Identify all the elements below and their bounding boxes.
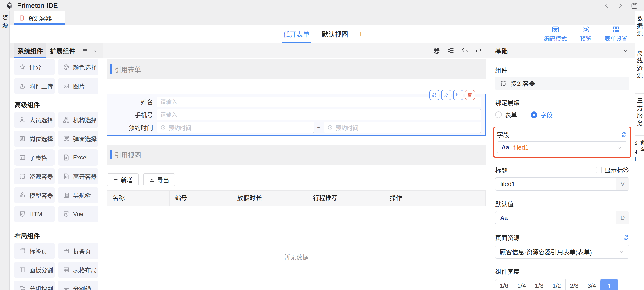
copy-button[interactable] [453, 90, 463, 100]
nav-back-icon[interactable] [603, 2, 610, 9]
save-icon[interactable] [630, 2, 638, 10]
phone-input[interactable] [156, 109, 481, 120]
nav-forward-icon[interactable] [617, 2, 624, 9]
field-select[interactable]: Aa filed1 [497, 141, 627, 153]
resource-container-selection[interactable]: 姓名 手机号 预约时间 预约时间 [107, 94, 486, 136]
right-dock-tab-offline-resources[interactable]: 离线资源 [635, 46, 644, 94]
palette-list-icon[interactable] [82, 48, 88, 54]
app-window: Primeton-IDE 资源 数据源 离线资源 三方服务 命名Sql 资源容器 [0, 0, 644, 290]
width-option-1-4[interactable]: 1/4 [513, 279, 530, 290]
right-dock-tab-third-party-services[interactable]: 三方服务 [635, 94, 644, 136]
palette-item-excel[interactable]: Excel [58, 149, 99, 166]
properties-panel: 基础 组件 资源容器 绑定层级 表单 [489, 43, 635, 290]
palette-item-color-picker[interactable]: 颜色选择 [58, 59, 99, 75]
palette-item-collapse-page[interactable]: 折叠页 [58, 243, 99, 259]
palette-item-attachment-upload[interactable]: 附件上传 [14, 78, 55, 94]
left-dock-tab-resources[interactable]: 资源 [0, 15, 9, 30]
tab-resource-container[interactable]: 资源容器 [14, 12, 65, 25]
right-dock-tab-datasource[interactable]: 数据源 [635, 12, 644, 46]
tab-lowcode-form[interactable]: 低开表单 [277, 25, 316, 43]
palette-icon [63, 64, 70, 71]
time-start-picker[interactable]: 预约时间 [156, 122, 314, 133]
width-option-1-6[interactable]: 1/6 [496, 279, 513, 290]
palette-item-resource-container[interactable]: 资源容器 [14, 168, 55, 184]
width-option-1-2[interactable]: 1/2 [548, 279, 566, 290]
palette-item-model-container[interactable]: 模型容器 [14, 187, 55, 203]
close-icon[interactable] [55, 15, 60, 21]
title-actions [603, 2, 638, 10]
add-view-button[interactable]: + [354, 25, 367, 43]
title-input-group: V [495, 177, 629, 191]
show-label-checkbox[interactable]: 显示标签 [596, 166, 629, 174]
palette-item-divider-line[interactable]: 分割线 [58, 280, 99, 290]
form-canvas: 引用表单 姓名 [103, 43, 489, 290]
default-value-input[interactable]: Aa [496, 211, 616, 224]
sync-button[interactable] [430, 90, 440, 100]
palette-item-tab-page[interactable]: 标签页 [14, 243, 55, 259]
right-dock-tab-named-sql[interactable]: 命名Sql [635, 136, 644, 178]
section-ref-view[interactable]: 引用视图 [107, 145, 486, 165]
export-button[interactable]: 导出 [143, 173, 175, 186]
palette-item-nav-tree[interactable]: 导航树 [58, 187, 99, 203]
radio-option-field[interactable]: 字段 [531, 110, 552, 119]
palette-item-popup-select[interactable]: 弹窗选择 [58, 131, 99, 147]
width-option-2-3[interactable]: 2/3 [566, 279, 583, 290]
undo-icon[interactable] [461, 47, 469, 55]
time-end-picker[interactable]: 预约时间 [324, 122, 481, 133]
radio-unchecked-icon [495, 111, 502, 118]
canvas-scroll: 引用表单 姓名 [103, 58, 489, 290]
refresh-icon[interactable] [621, 131, 627, 138]
table-column-header: 操作 [384, 191, 485, 206]
width-option-full[interactable]: 1 [600, 279, 618, 290]
variable-suffix-button[interactable]: V [616, 178, 629, 190]
text-type-badge: Aa [502, 144, 509, 151]
page-resource-select[interactable]: 顾客信息-资源容器引用表单(表单) [495, 245, 629, 259]
redo-icon[interactable] [475, 47, 483, 55]
add-row-button[interactable]: 新增 [107, 173, 138, 186]
phone-label: 手机号 [111, 110, 153, 119]
palette-item-org-select[interactable]: 机构选择 [58, 112, 99, 128]
table-column-header: 名称 [107, 191, 170, 206]
palette-item-highcode-container[interactable]: 高开容器 [58, 168, 99, 184]
delete-button[interactable] [465, 90, 475, 100]
palette-item-sub-table[interactable]: 子表格 [14, 149, 55, 166]
palette-item-image[interactable]: 图片 [58, 78, 99, 94]
form-settings-icon [612, 26, 620, 33]
tab-default-view[interactable]: 默认视图 [316, 25, 354, 43]
width-option-1-3[interactable]: 1/3 [530, 279, 548, 290]
refresh-icon[interactable] [622, 234, 629, 241]
table-column-header: 行程推荐 [308, 191, 384, 206]
form-settings-button[interactable]: 表单设置 [604, 26, 627, 42]
props-body: 组件 资源容器 绑定层级 表单 字段 [490, 58, 635, 290]
chevron-down-icon[interactable] [92, 48, 98, 54]
section-ref-form[interactable]: 引用表单 [107, 59, 486, 79]
component-value-row: 资源容器 [495, 77, 629, 90]
code-mode-button[interactable]: 编码模式 [544, 26, 567, 42]
palette-item-panel-split[interactable]: 面板分割 [14, 262, 55, 278]
palette-item-position-select[interactable]: 岗位选择 [14, 131, 55, 147]
title-input[interactable] [496, 178, 616, 190]
palette-item-group-control[interactable]: 分组控制 [14, 280, 55, 290]
chevron-down-icon [618, 249, 624, 255]
upload-icon [19, 83, 26, 90]
dynamic-suffix-button[interactable]: D [616, 211, 629, 224]
chevron-down-icon[interactable] [622, 47, 629, 54]
binding-level-options: 表单 字段 [495, 110, 629, 119]
outline-tree-icon[interactable] [447, 47, 454, 55]
palette-item-vue[interactable]: Vue [58, 206, 99, 222]
palette-item-html[interactable]: HTML [14, 206, 55, 222]
globe-icon[interactable] [433, 47, 440, 55]
title-label: 标题 [495, 166, 508, 174]
palette-item-table-layout[interactable]: 表格布局 [58, 262, 99, 278]
tab-extension-components[interactable]: 扩展组件 [46, 43, 79, 58]
nav-tree-icon [63, 192, 70, 199]
palette-item-rating[interactable]: 评分 [14, 59, 55, 75]
props-section-basic[interactable]: 基础 [490, 43, 635, 58]
link-button[interactable] [441, 90, 451, 100]
tab-system-components[interactable]: 系统组件 [14, 43, 46, 58]
palette-item-person-select[interactable]: 人员选择 [14, 112, 55, 128]
radio-option-form[interactable]: 表单 [495, 110, 517, 119]
preview-button[interactable]: 预览 [580, 26, 592, 42]
image-icon [63, 83, 70, 90]
width-option-3-4[interactable]: 3/4 [583, 279, 600, 290]
